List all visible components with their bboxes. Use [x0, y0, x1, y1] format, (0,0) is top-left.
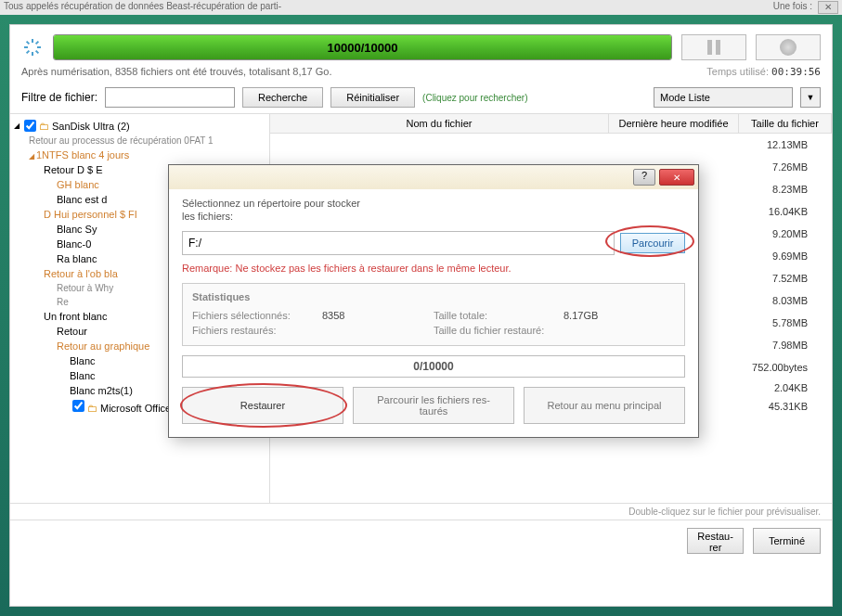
search-hint: (Cliquez pour rechercher) — [422, 93, 527, 103]
dialog-select-label: Sélectionnez un répertoire pour stocker … — [182, 197, 685, 224]
view-mode-dropdown-icon[interactable]: ▼ — [800, 87, 821, 108]
stats-title: Statistiques — [192, 291, 675, 302]
restore-progress-text: 0/10000 — [183, 356, 684, 377]
pause-button[interactable] — [681, 34, 746, 60]
search-button[interactable]: Recherche — [242, 87, 323, 108]
restore-progress-bar: 0/10000 — [182, 355, 685, 378]
spinner-icon — [21, 36, 44, 58]
stop-button[interactable] — [756, 34, 821, 60]
tree-root-checkbox[interactable] — [24, 120, 36, 132]
app-frame: 10000/10000 Après numérisation, 8358 fic… — [0, 15, 842, 616]
scan-progress-bar: 10000/10000 — [53, 34, 672, 60]
time-used-label: Temps utilisé: — [706, 66, 769, 77]
view-mode-select[interactable]: Mode Liste — [654, 87, 793, 108]
pause-icon — [707, 40, 720, 55]
scan-summary: Après numérisation, 8358 fichiers ont ét… — [21, 66, 331, 78]
stats-total-size-label: Taille totale: — [434, 310, 563, 321]
col-header-size[interactable]: Taille du fichier — [739, 114, 832, 133]
stop-icon — [780, 39, 797, 56]
stats-selected-files-value: 8358 — [322, 310, 434, 321]
list-row[interactable]: 12.13MB — [270, 134, 832, 156]
filter-input[interactable] — [105, 87, 235, 108]
stats-restored-files-label: Fichiers restaurés: — [192, 325, 322, 336]
restore-path-input[interactable] — [182, 231, 615, 255]
dialog-help-button[interactable]: ? — [633, 169, 655, 186]
restore-dialog: ? ✕ Sélectionnez un répertoire pour stoc… — [168, 164, 699, 438]
stats-restored-size-label: Taille du fichier restauré: — [434, 325, 563, 336]
tree-item[interactable]: ◢1NTFS blanc 4 jours — [10, 148, 269, 162]
tree-checkbox[interactable] — [72, 400, 84, 412]
stats-selected-files-label: Fichiers sélectionnés: — [192, 310, 322, 321]
dialog-browse-restored-button[interactable]: Parcourir les fichiers res- taurés — [353, 387, 514, 424]
warning-text: Remarque: Ne stockez pas les fichiers à … — [182, 263, 685, 274]
stats-total-size-value: 8.17GB — [563, 310, 675, 321]
titlebar-extra: Une fois : — [773, 1, 812, 14]
filter-label: Filtre de fichier: — [21, 91, 97, 104]
os-titlebar: Tous appelés récupération de données Bea… — [0, 0, 842, 15]
app-content: 10000/10000 Après numérisation, 8358 fic… — [9, 24, 833, 607]
folder-icon: 🗀 — [87, 403, 97, 414]
browse-button[interactable]: Parcourir — [620, 233, 685, 253]
reset-button[interactable]: Réinitialiser — [330, 87, 415, 108]
scan-progress-text: 10000/10000 — [54, 35, 671, 59]
window-close-button[interactable]: ✕ — [818, 1, 838, 14]
folder-icon: 🗀 — [39, 121, 49, 132]
dialog-restore-button[interactable]: Restaurer — [182, 387, 343, 424]
time-used-value: 00:39:56 — [771, 66, 821, 78]
statistics-panel: Statistiques Fichiers sélectionnés: 8358… — [182, 283, 685, 346]
restore-button-footer[interactable]: Restau- rer — [687, 528, 744, 554]
dialog-back-button[interactable]: Retour au menu principal — [524, 387, 685, 424]
view-mode-label: Mode Liste — [660, 92, 710, 103]
preview-hint: Double-cliquez sur le fichier pour prévi… — [10, 503, 832, 520]
window-title: Tous appelés récupération de données Bea… — [4, 1, 281, 14]
tree-root-label: SanDisk Ultra (2) — [52, 121, 130, 132]
dialog-close-button[interactable]: ✕ — [659, 169, 694, 186]
done-button[interactable]: Terminé — [753, 528, 821, 554]
tree-item[interactable]: Retour au processus de récupération 0FAT… — [10, 134, 269, 148]
col-header-date[interactable]: Dernière heure modifiée — [609, 114, 739, 133]
col-header-name[interactable]: Nom du fichier — [270, 114, 609, 133]
